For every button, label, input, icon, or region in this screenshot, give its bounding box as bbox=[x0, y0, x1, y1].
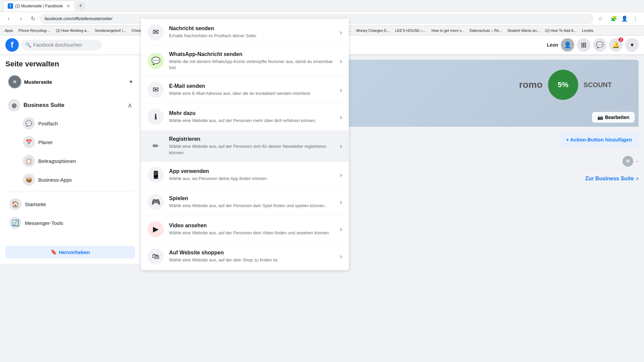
dropdown-title-spielen: Spielen bbox=[169, 195, 337, 201]
menu-button[interactable]: ⋮ bbox=[631, 14, 640, 23]
dropdown-text-email: E-Mail senden Wähle eine E-Mail-Adresse … bbox=[169, 83, 337, 97]
minus-icon: − bbox=[636, 159, 639, 164]
tab-title: (2) Musterseite | Facebook bbox=[15, 4, 63, 8]
bookmark-student[interactable]: Student Wants an... bbox=[505, 28, 542, 33]
sidebar-item-postfach[interactable]: 💬 Postfach bbox=[5, 114, 135, 133]
dropdown-item-video[interactable]: ▶ Video ansehen Wähle eine Website aus, … bbox=[141, 216, 349, 243]
bookmark-lees[interactable]: LEE'S HOUSE—... bbox=[393, 28, 428, 33]
account-menu-button[interactable]: ▾ bbox=[625, 38, 639, 52]
sidebar-item-planer-label: Planer bbox=[38, 139, 53, 145]
add-action-button[interactable]: + Action-Button hinzufügen bbox=[559, 133, 639, 146]
dropdown-text-video: Video ansehen Wähle eine Website aus, au… bbox=[169, 223, 337, 236]
browser-actions: 🧩 👤 ⋮ bbox=[609, 14, 640, 23]
dropdown-desc-whatsapp: Wähle die mit deinem WhatsApp-Konto verk… bbox=[169, 59, 337, 71]
dropdown-item-whatsapp[interactable]: 💬 WhatsApp-Nachricht senden Wähle die mi… bbox=[141, 54, 349, 76]
page-selector[interactable]: M Musterseite ▾ bbox=[5, 72, 135, 91]
dropdown-item-shoppen[interactable]: 🛍 Auf Website shoppen Wähle eine Website… bbox=[141, 243, 349, 264]
apps-icon-button[interactable]: ⊞ bbox=[577, 38, 590, 52]
dropdown-title-email: E-Mail senden bbox=[169, 83, 337, 89]
dropdown-chevron-registrieren: › bbox=[340, 142, 342, 150]
bookmark-leselis[interactable]: Leselis bbox=[580, 28, 595, 33]
dropdown-text-shoppen: Auf Website shoppen Wähle eine Website a… bbox=[169, 250, 337, 263]
zur-business-suite-link[interactable]: Zur Business Suite ↗ bbox=[585, 176, 639, 182]
promo-area: romo 5% SCOUNT bbox=[519, 70, 612, 100]
sidebar-divider bbox=[5, 192, 135, 192]
business-suite-title: ◎ Business Suite bbox=[8, 99, 64, 111]
dropdown-item-registrieren[interactable]: ✏ Registrieren Wähle eine Website aus, a… bbox=[141, 131, 349, 161]
sidebar-item-postfach-label: Postfach bbox=[38, 121, 58, 126]
bookmark-apps[interactable]: Apps bbox=[3, 28, 15, 33]
whatsapp-icon: 💬 bbox=[148, 54, 164, 69]
bookmark-datenschutz[interactable]: Datenschutz – Re... bbox=[468, 28, 504, 33]
dropdown-title-mehr: Mehr dazu bbox=[169, 110, 337, 116]
planer-icon: 📅 bbox=[23, 136, 35, 148]
sidebar-nav-messenger-tools[interactable]: 🔄 Messenger-Tools bbox=[5, 214, 135, 232]
promo-label: romo bbox=[519, 79, 543, 90]
page-name: Musterseite bbox=[24, 79, 127, 85]
dropdown-title-whatsapp: WhatsApp-Nachricht senden bbox=[169, 54, 337, 57]
dropdown-chevron-whatsapp: › bbox=[340, 57, 342, 65]
notification-count: 2 bbox=[619, 38, 623, 42]
email-icon: ✉ bbox=[148, 82, 164, 98]
muster-logo-area: M − bbox=[623, 156, 639, 167]
messenger-icon-button[interactable]: 💬 bbox=[593, 38, 606, 52]
dropdown-desc-shoppen: Wähle eine Website aus, auf der dein Sho… bbox=[169, 257, 337, 263]
business-suite-icon: ◎ bbox=[8, 99, 20, 111]
business-suite-header[interactable]: ◎ Business Suite ∧ bbox=[5, 97, 135, 114]
url-display: facebook.com/offiziellemusterseite/ bbox=[45, 16, 112, 21]
dropdown-item-spielen[interactable]: 🎮 Spielen Wähle eine Website aus, auf de… bbox=[141, 189, 349, 216]
spielen-icon: 🎮 bbox=[148, 194, 164, 210]
external-link-icon: ↗ bbox=[635, 177, 639, 181]
bookmark-star-icon[interactable]: ☆ bbox=[596, 14, 605, 23]
dropdown-text-registrieren: Registrieren Wähle eine Website aus, auf… bbox=[169, 136, 337, 156]
sidebar-item-business-apps[interactable]: 📦 Business-Apps bbox=[5, 170, 135, 189]
extensions-button[interactable]: 🧩 bbox=[609, 14, 619, 23]
app-icon: 📱 bbox=[148, 167, 164, 183]
sidebar-nav-startseite[interactable]: 🏠 Startseite bbox=[5, 195, 135, 214]
video-icon: ▶ bbox=[148, 221, 164, 237]
sidebar-item-planer[interactable]: 📅 Planer bbox=[5, 133, 135, 152]
search-input[interactable] bbox=[33, 42, 98, 48]
bookmark-how-working[interactable]: (1) How Working a... bbox=[54, 28, 91, 33]
bookmark-money[interactable]: Money Changes E... bbox=[354, 28, 392, 33]
sidebar-nav-startseite-label: Startseite bbox=[25, 201, 46, 207]
search-bar[interactable]: 🔍 bbox=[21, 40, 102, 50]
back-button[interactable]: ‹ bbox=[4, 14, 13, 23]
business-apps-icon: 📦 bbox=[23, 174, 35, 186]
bookmark-phone[interactable]: Phone Recycling-... bbox=[16, 28, 52, 33]
sidebar-item-beitragsoptionen-label: Beitragsoptionen bbox=[38, 158, 76, 164]
forward-button[interactable]: › bbox=[16, 14, 25, 23]
dropdown-desc-app: Wähle aus, wo Personen deine App finden … bbox=[169, 176, 337, 182]
page-selector-chevron-icon: ▾ bbox=[129, 78, 132, 85]
bookmark-howtoadd[interactable]: (2) How To Add A... bbox=[543, 28, 579, 33]
browser-tabs: f (2) Musterseite | Facebook ✕ + bbox=[3, 1, 86, 11]
hervorheben-button[interactable]: 🔖 Hervorheben bbox=[5, 246, 135, 258]
dropdown-chevron-video: › bbox=[340, 225, 342, 233]
user-name: Leon bbox=[547, 42, 558, 48]
bookmark-sonder[interactable]: Sonderangebot! |... bbox=[93, 28, 128, 33]
dropdown-chevron-mehr: › bbox=[340, 113, 342, 121]
dropdown-item-app[interactable]: 📱 App verwenden Wähle aus, wo Personen d… bbox=[141, 162, 349, 189]
dropdown-text-spielen: Spielen Wähle eine Website aus, auf der … bbox=[169, 195, 337, 209]
promo-text-area: romo bbox=[519, 79, 543, 90]
browser-tab-bar: f (2) Musterseite | Facebook ✕ + bbox=[0, 0, 644, 12]
promo-percent: 5% bbox=[558, 80, 569, 89]
active-tab[interactable]: f (2) Musterseite | Facebook ✕ bbox=[3, 1, 75, 11]
reload-button[interactable]: ↻ bbox=[28, 14, 38, 23]
notifications-button[interactable]: 🔔 2 bbox=[609, 38, 623, 52]
dropdown-item-mehr[interactable]: ℹ Mehr dazu Wähle eine Website aus, auf … bbox=[141, 104, 349, 131]
tab-close-icon[interactable]: ✕ bbox=[66, 3, 70, 9]
edit-button[interactable]: 📷 Bearbeiten bbox=[592, 112, 635, 123]
left-sidebar: Seite verwalten M Musterseite ▾ ◎ Busine… bbox=[0, 54, 141, 264]
dropdown-chevron-app: › bbox=[340, 171, 342, 179]
new-tab-button[interactable]: + bbox=[76, 1, 86, 11]
dropdown-desc-video: Wähle eine Website aus, auf der Personen… bbox=[169, 230, 337, 236]
startseite-icon: 🏠 bbox=[9, 198, 21, 210]
action-button-dropdown: ✉ Nachricht senden Erhalte Nachrichten i… bbox=[141, 54, 349, 264]
dropdown-item-email[interactable]: ✉ E-Mail senden Wähle eine E-Mail-Adress… bbox=[141, 76, 349, 104]
sidebar-item-beitragsoptionen[interactable]: 📋 Beitragsoptionen bbox=[5, 152, 135, 170]
camera-icon: 📷 bbox=[597, 115, 603, 120]
bookmark-howmore[interactable]: How to get more v... bbox=[430, 28, 467, 33]
profile-button[interactable]: 👤 bbox=[620, 14, 629, 23]
search-icon: 🔍 bbox=[25, 42, 31, 48]
